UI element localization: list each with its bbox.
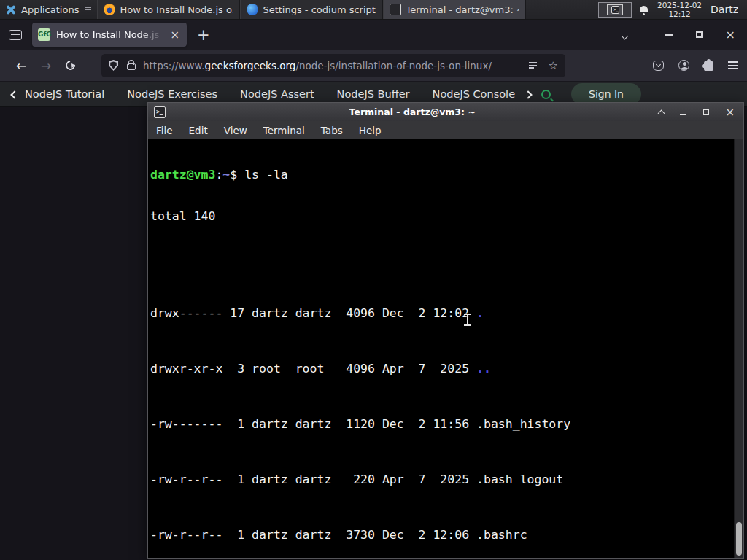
terminal-menu-item[interactable]: File [148, 125, 181, 136]
firefox-tab-bar: GfG How to Install Node.js on × + × [0, 20, 747, 50]
firefox-toolbar: ← → https://www.geeksforgeeks.org/node-j… [0, 50, 747, 82]
reload-icon[interactable] [63, 58, 77, 71]
applications-menu-button[interactable]: Applications [0, 0, 97, 19]
window-icon [104, 4, 115, 15]
url-prefix: https://www. [143, 60, 205, 71]
listing-row: drwx------ 17 dartz dartz 4096 Dec 2 12:… [150, 306, 743, 320]
workspace-switcher[interactable]: >_ [598, 2, 632, 18]
listing-row: -rw------- 1 dartz dartz 1120 Dec 2 11:5… [150, 417, 743, 431]
prompt-user-host: dartz@vm3 [150, 168, 215, 182]
file-listing: drwx------ 17 dartz dartz 4096 Dec 2 12:… [150, 251, 743, 558]
system-tray: 2025-12-02 12:12 Dartz [636, 0, 747, 19]
terminal-content[interactable]: dartz@vm3:~$ ls -la total 140 drwx------… [148, 139, 743, 558]
browser-window-controls: × [665, 29, 747, 41]
clock-date: 2025-12-02 [657, 1, 702, 9]
taskbar-window-button[interactable]: Settings - codium script... [240, 0, 383, 19]
scrollbar-thumb[interactable] [736, 522, 742, 556]
menu-lines-icon [85, 7, 91, 12]
tracking-shield-icon[interactable] [109, 60, 118, 71]
url-path: /node-js/installation-of-node-js-on-linu… [295, 60, 492, 71]
terminal-titlebar[interactable]: >_ Terminal - dartz@vm3: ~ × [148, 103, 743, 121]
minimize-icon[interactable] [665, 34, 673, 36]
file-name: .bash_logout [476, 472, 563, 486]
terminal-window: >_ Terminal - dartz@vm3: ~ × FileEditVie… [147, 102, 744, 559]
forward-button[interactable]: → [34, 58, 58, 73]
site-nav-link[interactable]: NodeJS Tutorial [25, 88, 104, 100]
top-panel: Applications How to Install Node.js o...… [0, 0, 747, 20]
bookmark-star-icon[interactable]: ☆ [549, 59, 558, 72]
terminal-maximize-icon[interactable] [703, 109, 709, 115]
total-line: total 140 [150, 209, 743, 223]
site-nav-link[interactable]: NodeJS Console [433, 88, 516, 100]
window-icon [390, 4, 401, 15]
terminal-title: Terminal - dartz@vm3: ~ [166, 106, 659, 117]
prompt-line: dartz@vm3:~$ ls -la [150, 168, 743, 182]
prompt-path: ~ [222, 168, 230, 182]
account-icon[interactable] [678, 60, 689, 71]
listing-row: -rw-r--r-- 1 dartz dartz 3730 Dec 2 12:0… [150, 528, 743, 542]
nav-scroll-right-icon[interactable] [525, 88, 531, 100]
lock-icon[interactable] [127, 63, 136, 70]
terminal-window-icon: >_ [154, 106, 166, 118]
app-menu-icon[interactable] [728, 61, 738, 69]
terminal-menubar: FileEditViewTerminalTabsHelp [148, 121, 743, 139]
extensions-puzzle-icon[interactable] [704, 61, 713, 71]
terminal-menu-item[interactable]: Edit [181, 125, 216, 136]
workspace-window-thumbnail: >_ [607, 4, 623, 15]
geeksforgeeks-favicon: GfG [38, 28, 50, 41]
terminal-minimize-icon[interactable] [680, 114, 686, 115]
window-button-label: Terminal - dartz@vm3: ~ [406, 4, 519, 15]
taskbar-window-button[interactable]: Terminal - dartz@vm3: ~ [383, 0, 526, 19]
terminal-menu-item[interactable]: Terminal [255, 125, 313, 136]
maximize-icon[interactable] [696, 31, 703, 38]
listing-row: drwxr-xr-x 3 root root 4096 Apr 7 2025 .… [150, 362, 743, 376]
taskbar-window-button[interactable]: How to Install Node.js o... [97, 0, 240, 19]
terminal-menu-item[interactable]: Help [351, 125, 390, 136]
firefox-view-icon[interactable] [9, 30, 22, 40]
site-nav-link[interactable]: NodeJS Exercises [127, 88, 217, 100]
browser-tab[interactable]: GfG How to Install Node.js on × [32, 23, 187, 47]
distro-logo-icon [4, 4, 17, 16]
site-nav: NodeJS TutorialNodeJS ExercisesNodeJS As… [25, 88, 535, 100]
pocket-save-icon[interactable] [653, 61, 664, 71]
tab-close-icon[interactable]: × [169, 28, 181, 42]
window-button-list: How to Install Node.js o... Settings - c… [97, 0, 526, 19]
back-button[interactable]: ← [9, 58, 34, 73]
close-icon[interactable]: × [726, 29, 735, 41]
shade-icon[interactable] [659, 105, 664, 119]
url-text: https://www.geeksforgeeks.org/node-js/in… [143, 60, 492, 71]
window-icon [247, 4, 258, 15]
url-bar[interactable]: https://www.geeksforgeeks.org/node-js/in… [101, 54, 565, 77]
site-nav-link[interactable]: NodeJS Assert [240, 88, 314, 100]
listing-row: -rw-r--r-- 1 dartz dartz 220 Apr 7 2025 … [150, 472, 743, 486]
desktop: Applications How to Install Node.js o...… [0, 0, 747, 560]
file-name: . [476, 306, 484, 320]
terminal-close-icon[interactable]: × [725, 107, 735, 117]
list-all-tabs-icon[interactable] [622, 28, 627, 42]
tab-title: How to Install Node.js on [56, 29, 163, 40]
window-button-label: Settings - codium script... [263, 4, 376, 15]
clock[interactable]: 2025-12-02 12:12 [657, 1, 702, 18]
notification-bell-icon[interactable] [639, 5, 649, 15]
file-name: .. [476, 362, 491, 376]
reader-mode-icon[interactable] [529, 62, 537, 69]
terminal-menu-item[interactable]: View [216, 125, 255, 136]
file-name: .bashrc [476, 528, 527, 542]
prompt-command: $ ls -la [230, 168, 287, 182]
clock-time: 12:12 [668, 9, 690, 18]
window-button-label: How to Install Node.js o... [120, 4, 233, 15]
url-domain: geeksforgeeks.org [205, 60, 296, 71]
panel-spacer [526, 0, 598, 19]
user-menu[interactable]: Dartz [711, 4, 741, 15]
terminal-scrollbar[interactable] [734, 139, 743, 558]
applications-label: Applications [21, 4, 79, 15]
terminal-menu-item[interactable]: Tabs [313, 125, 351, 136]
site-nav-link[interactable]: NodeJS Buffer [337, 88, 410, 100]
file-name: .bash_history [476, 417, 570, 431]
site-search-icon[interactable] [541, 90, 551, 99]
nav-scroll-left-icon[interactable] [12, 88, 18, 100]
new-tab-button[interactable]: + [197, 26, 210, 44]
terminal-mini-icon: >_ [611, 6, 619, 14]
